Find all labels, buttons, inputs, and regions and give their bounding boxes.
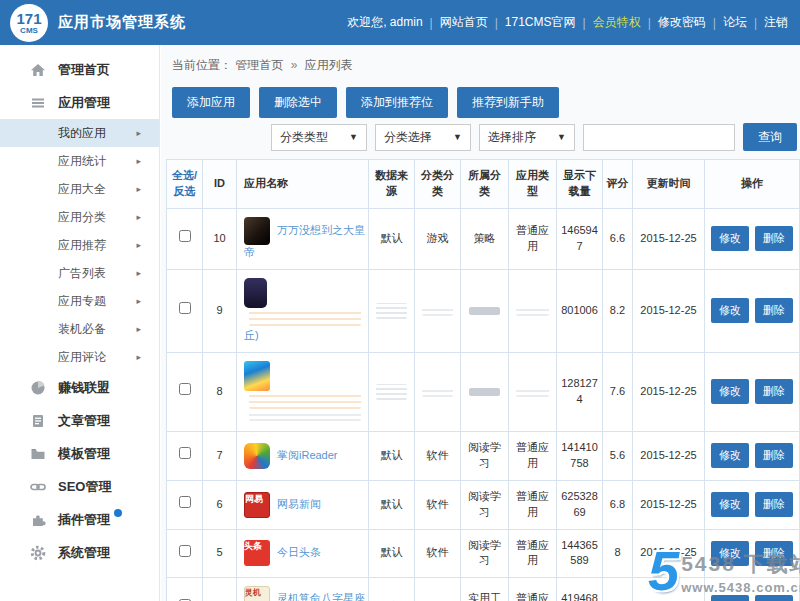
pie-chart-icon [30, 380, 46, 396]
toolbar-button-添加到推荐位[interactable]: 添加到推荐位 [346, 87, 448, 118]
chevron-down-icon: ▼ [557, 132, 566, 142]
sidebar-item-应用专题[interactable]: 应用专题▸ [0, 287, 159, 315]
sidebar-item-label: 管理首页 [58, 61, 110, 79]
app-name-link[interactable]: 网易新闻 [277, 497, 321, 509]
sidebar-item-装机必备[interactable]: 装机必备▸ [0, 315, 159, 343]
filter-select-选择排序[interactable]: 选择排序▼ [479, 124, 575, 151]
cell-source: 默认 [369, 529, 415, 578]
cell-category: 阅读学习 [461, 529, 509, 578]
toolbar-button-删除选中[interactable]: 删除选中 [259, 87, 337, 118]
sidebar-item-应用推荐[interactable]: 应用推荐▸ [0, 231, 159, 259]
cell-app-type: 普通应用 [509, 208, 557, 269]
app-name-link[interactable]: 掌阅iReader [277, 449, 338, 461]
sidebar-item-管理首页[interactable]: 管理首页 [0, 53, 159, 86]
sidebar-item-label: 应用统计 [58, 153, 106, 170]
app-name-link[interactable]: 丘) [244, 329, 259, 341]
sidebar-item-应用评论[interactable]: 应用评论▸ [0, 343, 159, 371]
sidebar-item-应用管理[interactable]: 应用管理 [0, 86, 159, 119]
delete-button[interactable]: 删除 [755, 541, 793, 566]
cell-category: 阅读学习 [461, 431, 509, 480]
top-link-论坛[interactable]: 论坛 [723, 14, 747, 31]
delete-button[interactable]: 删除 [755, 226, 793, 251]
sidebar-item-应用分类[interactable]: 应用分类▸ [0, 203, 159, 231]
row-checkbox[interactable] [179, 383, 191, 395]
top-link-修改密码[interactable]: 修改密码 [658, 14, 706, 31]
delete-button[interactable]: 删除 [755, 595, 793, 601]
row-checkbox[interactable] [179, 496, 191, 508]
delete-button[interactable]: 删除 [755, 443, 793, 468]
sidebar-item-SEO管理[interactable]: SEO管理 [0, 470, 159, 503]
delete-button[interactable]: 删除 [755, 492, 793, 517]
filter-select-分类类型[interactable]: 分类类型▼ [271, 124, 367, 151]
sidebar-item-我的应用[interactable]: 我的应用▸ [0, 119, 159, 147]
edit-button[interactable]: 修改 [711, 541, 749, 566]
cell-source: 默认 [369, 431, 415, 480]
chevron-right-icon: ▸ [136, 184, 141, 194]
cell-category: 阅读学习 [461, 480, 509, 529]
edit-button[interactable]: 修改 [711, 298, 749, 323]
row-checkbox[interactable] [179, 230, 191, 242]
smeared-content [422, 387, 453, 397]
sidebar-item-文章管理[interactable]: 文章管理 [0, 404, 159, 437]
sidebar-item-系统管理[interactable]: 系统管理 [0, 536, 159, 569]
edit-button[interactable]: 修改 [711, 226, 749, 251]
gear-icon [30, 545, 46, 561]
sidebar-item-广告列表[interactable]: 广告列表▸ [0, 259, 159, 287]
top-link-171CMS官网[interactable]: 171CMS官网 [505, 14, 576, 31]
smeared-content [516, 387, 549, 397]
row-checkbox[interactable] [179, 302, 191, 314]
column-header-全选/反选: 全选/反选 [167, 160, 203, 209]
top-link-网站首页[interactable]: 网站首页 [440, 14, 488, 31]
sidebar-item-赚钱联盟[interactable]: 赚钱联盟 [0, 371, 159, 404]
query-button[interactable]: 查询 [743, 123, 797, 151]
toolbar-button-添加应用[interactable]: 添加应用 [172, 87, 250, 118]
app-market-admin: 171 CMS 应用市场管理系统 欢迎您, admin |网站首页|171CMS… [0, 0, 800, 601]
row-checkbox[interactable] [179, 447, 191, 459]
filter-select-label: 分类选择 [384, 129, 432, 146]
edit-button[interactable]: 修改 [711, 443, 749, 468]
top-link-注销[interactable]: 注销 [764, 14, 788, 31]
edit-button[interactable]: 修改 [711, 379, 749, 404]
cell-downloads: 62532869 [557, 480, 603, 529]
select-all-link[interactable]: 全选/反选 [172, 169, 197, 197]
cell-rating: 6.8 [603, 480, 633, 529]
cell-id: 9 [203, 269, 237, 352]
sidebar-item-应用大全[interactable]: 应用大全▸ [0, 175, 159, 203]
sidebar-item-模板管理[interactable]: 模板管理 [0, 437, 159, 470]
filter-select-label: 选择排序 [488, 129, 536, 146]
cell-updated: 2015-12-25 [633, 269, 705, 352]
sidebar-item-插件管理[interactable]: 插件管理 [0, 503, 159, 536]
cell-updated: 2015-12-25 [633, 431, 705, 480]
filter-select-分类选择[interactable]: 分类选择▼ [375, 124, 471, 151]
cell-downloads: 4194683 [557, 578, 603, 601]
edit-button[interactable]: 修改 [711, 595, 749, 601]
column-header-应用类型: 应用类型 [509, 160, 557, 209]
cell-rating: 6.6 [603, 208, 633, 269]
search-input[interactable] [583, 124, 735, 151]
delete-button[interactable]: 删除 [755, 298, 793, 323]
sidebar-item-应用统计[interactable]: 应用统计▸ [0, 147, 159, 175]
cell-actions: 修改删除 [705, 431, 800, 480]
cell-cat-type: 软件 [415, 480, 461, 529]
breadcrumb-item-管理首页[interactable]: 管理首页 [235, 58, 283, 72]
top-link-会员特权[interactable]: 会员特权 [593, 14, 641, 31]
app-icon-netease: 网易 [244, 492, 270, 518]
sidebar-item-label: 装机必备 [58, 321, 106, 338]
delete-button[interactable]: 删除 [755, 379, 793, 404]
sidebar-item-label: 应用大全 [58, 181, 106, 198]
logo-number: 171 [16, 11, 41, 26]
column-header-ID: ID [203, 160, 237, 209]
smeared-content [469, 307, 500, 315]
breadcrumb-item-应用列表[interactable]: 应用列表 [305, 58, 353, 72]
cell-id: 6 [203, 480, 237, 529]
app-name-link[interactable]: 今日头条 [277, 546, 321, 558]
toolbar-button-推荐到新手助[interactable]: 推荐到新手助 [457, 87, 559, 118]
cell-rating: 7.6 [603, 352, 633, 431]
column-header-操作: 操作 [705, 160, 800, 209]
smeared-content [469, 388, 500, 396]
edit-button[interactable]: 修改 [711, 492, 749, 517]
sidebar-item-label: 系统管理 [58, 544, 110, 562]
cell-downloads: 1281274 [557, 352, 603, 431]
cell-rating: 5 [603, 578, 633, 601]
row-checkbox[interactable] [179, 545, 191, 557]
